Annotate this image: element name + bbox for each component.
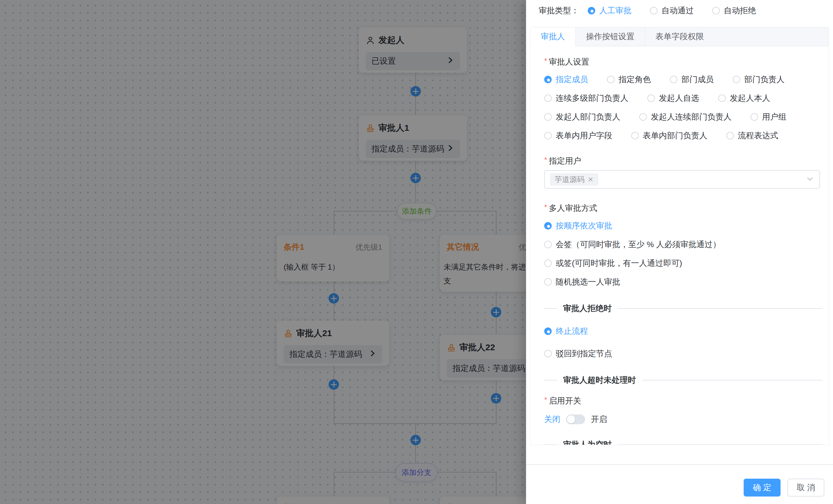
radio-manual-approval[interactable]: 人工审批 bbox=[588, 5, 632, 16]
radio-initiator-dept-leader[interactable]: 发起人部门负责人 bbox=[544, 111, 620, 122]
radio-sequential-approval[interactable]: 按顺序依次审批 bbox=[544, 220, 822, 231]
required-asterisk: * bbox=[544, 155, 547, 164]
approval-type-label: 审批类型： bbox=[539, 5, 579, 16]
close-icon[interactable] bbox=[588, 176, 594, 183]
approver-setting-label: *审批人设置 bbox=[544, 55, 822, 67]
radio-circle bbox=[650, 7, 658, 15]
tab-approver[interactable]: 审批人 bbox=[530, 27, 576, 46]
radio-assign-role[interactable]: 指定角色 bbox=[607, 74, 651, 85]
radio-user-group[interactable]: 用户组 bbox=[751, 111, 786, 122]
radio-initiator-self[interactable]: 发起人本人 bbox=[718, 93, 770, 104]
radio-random-one[interactable]: 随机挑选一人审批 bbox=[544, 276, 822, 288]
settings-tabs: 审批人 操作按钮设置 表单字段权限 bbox=[530, 27, 829, 46]
radio-circle bbox=[544, 76, 552, 83]
radio-or-sign[interactable]: 或签(可同时审批，有一人通过即可) bbox=[544, 257, 822, 269]
radio-circle bbox=[647, 95, 655, 102]
radio-circle bbox=[639, 113, 647, 121]
timeout-switch-row: 关闭 开启 bbox=[544, 413, 822, 426]
radio-circle bbox=[544, 327, 552, 335]
reject-section-divider: 审批人拒绝时 bbox=[544, 303, 822, 314]
radio-circle bbox=[607, 76, 615, 83]
radio-circle bbox=[727, 132, 734, 140]
radio-return-to-node[interactable]: 驳回到指定节点 bbox=[544, 348, 822, 359]
radio-initiator-select[interactable]: 发起人自选 bbox=[647, 93, 699, 104]
enable-switch-label: *启用开关 bbox=[544, 394, 822, 405]
radio-dept-member[interactable]: 部门成员 bbox=[670, 74, 714, 85]
radio-circle bbox=[544, 278, 552, 286]
radio-circle bbox=[751, 113, 758, 121]
switch-off-label: 关闭 bbox=[544, 414, 560, 425]
tab-pane-approver: *审批人设置 指定成员 指定角色 部门成员 部门负责人 连续 bbox=[530, 46, 829, 445]
required-asterisk: * bbox=[544, 56, 547, 65]
approver-setting-row-2: 连续多级部门负责人 发起人自选 发起人本人 bbox=[544, 93, 822, 104]
approver-settings-panel: 审批类型： 人工审批 自动通过 自动拒绝 审批人 操作按钮设置 表单字段权限 *… bbox=[526, 0, 833, 504]
radio-circle bbox=[544, 241, 552, 248]
radio-circle bbox=[733, 76, 740, 83]
radio-process-expression[interactable]: 流程表达式 bbox=[727, 130, 778, 141]
tab-form-field-permissions[interactable]: 表单字段权限 bbox=[645, 27, 714, 46]
radio-circle bbox=[712, 7, 720, 15]
required-asterisk: * bbox=[544, 203, 547, 211]
switch-on-label: 开启 bbox=[591, 414, 607, 425]
confirm-button[interactable]: 确 定 bbox=[744, 479, 781, 497]
radio-circle bbox=[718, 95, 726, 102]
radio-circle bbox=[544, 113, 552, 121]
approver-setting-row-1: 指定成员 指定角色 部门成员 部门负责人 bbox=[544, 74, 822, 85]
panel-footer: 确 定 取 消 bbox=[526, 464, 833, 504]
radio-assign-member[interactable]: 指定成员 bbox=[544, 74, 588, 85]
approver-setting-row-3: 发起人部门负责人 发起人连续部门负责人 用户组 bbox=[544, 111, 822, 123]
assign-user-label: *指定用户 bbox=[544, 154, 822, 166]
radio-form-user-field[interactable]: 表单内用户字段 bbox=[544, 130, 612, 141]
cancel-button[interactable]: 取 消 bbox=[787, 479, 824, 497]
radio-circle bbox=[544, 350, 552, 357]
radio-circle bbox=[544, 222, 552, 229]
radio-circle bbox=[670, 76, 677, 83]
assign-user-select[interactable]: 芋道源码 bbox=[544, 170, 820, 188]
radio-auto-approve[interactable]: 自动通过 bbox=[650, 5, 694, 16]
radio-circle bbox=[544, 95, 552, 102]
multi-approve-mode-options: 按顺序依次审批 会签（可同时审批，至少 % 人必须审批通过） 或签(可同时审批，… bbox=[544, 213, 822, 288]
radio-initiator-multi-dept-leader[interactable]: 发起人连续部门负责人 bbox=[639, 111, 732, 122]
required-asterisk: * bbox=[544, 396, 547, 404]
reject-options: 终止流程 驳回到指定节点 bbox=[544, 318, 822, 359]
radio-multi-level-dept-leader[interactable]: 连续多级部门负责人 bbox=[544, 93, 628, 104]
radio-terminate-process[interactable]: 终止流程 bbox=[544, 325, 822, 337]
radio-circle bbox=[544, 132, 552, 140]
approver-setting-row-4: 表单内用户字段 表单内部门负责人 流程表达式 bbox=[544, 130, 822, 142]
radio-countersign[interactable]: 会签（可同时审批，至少 % 人必须审批通过） bbox=[544, 239, 822, 250]
multi-approve-mode-label: *多人审批方式 bbox=[544, 201, 822, 213]
radio-auto-reject[interactable]: 自动拒绝 bbox=[712, 5, 756, 16]
radio-form-dept-leader[interactable]: 表单内部门负责人 bbox=[631, 130, 707, 141]
timeout-toggle[interactable] bbox=[566, 414, 585, 424]
radio-dept-leader[interactable]: 部门负责人 bbox=[733, 74, 785, 85]
selected-user-tag: 芋道源码 bbox=[550, 173, 598, 186]
radio-circle bbox=[544, 259, 552, 267]
radio-circle bbox=[588, 7, 595, 15]
chevron-down-icon bbox=[806, 175, 814, 184]
timeout-section-divider: 审批人超时未处理时 bbox=[544, 374, 822, 386]
tab-action-buttons[interactable]: 操作按钮设置 bbox=[576, 27, 645, 46]
radio-circle bbox=[631, 132, 639, 140]
approval-type-row: 审批类型： 人工审批 自动通过 自动拒绝 bbox=[539, 5, 827, 16]
empty-approver-divider: 审批人为空时 bbox=[544, 439, 822, 445]
